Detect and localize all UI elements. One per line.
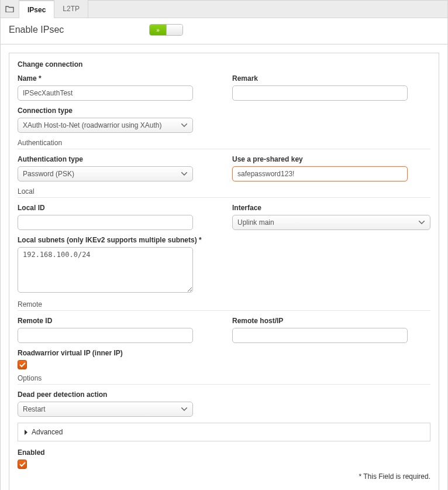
tab-l2tp[interactable]: L2TP (54, 0, 88, 18)
dpd-select[interactable]: Restart (18, 402, 193, 417)
check-icon (19, 462, 26, 467)
tab-bar: IPsec L2TP (1, 1, 447, 18)
toggle-on-indicator: » (150, 25, 166, 35)
remote-host-label: Remote host/IP (232, 317, 430, 325)
remote-section-label: Remote (18, 300, 430, 311)
enable-ipsec-toggle[interactable]: » (149, 24, 183, 36)
tab-ipsec[interactable]: IPsec (19, 1, 54, 18)
name-input[interactable] (18, 85, 193, 101)
psk-label: Use a pre-shared key (232, 155, 430, 163)
enable-ipsec-label: Enable IPsec (9, 25, 149, 35)
auth-type-select[interactable]: Password (PSK) (18, 166, 193, 181)
panel-title: Change connection (18, 60, 430, 68)
remark-label: Remark (232, 74, 430, 83)
roadwarrior-label: Roadwarrior virtual IP (inner IP) (18, 349, 430, 357)
interface-label: Interface (232, 204, 430, 212)
roadwarrior-checkbox[interactable] (18, 360, 27, 369)
folder-tab[interactable] (1, 0, 19, 18)
main-container: IPsec L2TP Enable IPsec » Change connect… (0, 0, 448, 490)
dpd-label: Dead peer detection action (18, 390, 216, 399)
advanced-label: Advanced (32, 428, 63, 436)
check-icon (19, 362, 26, 368)
folder-icon (5, 5, 14, 12)
name-label: Name * (18, 74, 216, 83)
local-id-input[interactable] (18, 215, 193, 230)
remote-id-label: Remote ID (18, 317, 216, 325)
options-section-label: Options (18, 374, 430, 385)
local-id-label: Local ID (18, 204, 216, 212)
connection-type-select[interactable]: XAuth Host-to-Net (roadwarrior using XAu… (18, 118, 193, 133)
toggle-handle (166, 25, 182, 35)
change-connection-panel: Change connection Name * Remark Connecti… (9, 53, 439, 490)
connection-type-label: Connection type (18, 107, 216, 115)
local-subnets-textarea[interactable]: 192.168.100.0/24 (18, 247, 193, 293)
remote-id-input[interactable] (18, 328, 193, 343)
authentication-section-label: Authentication (18, 139, 430, 149)
interface-select[interactable]: Uplink main (232, 215, 430, 230)
enabled-label: Enabled (18, 448, 430, 457)
auth-type-label: Authentication type (18, 155, 216, 163)
local-section-label: Local (18, 187, 430, 198)
remark-input[interactable] (232, 85, 408, 101)
remote-host-input[interactable] (232, 328, 408, 343)
psk-input[interactable] (232, 166, 408, 181)
local-subnets-label: Local subnets (only IKEv2 supports multi… (18, 236, 216, 244)
enabled-checkbox[interactable] (18, 460, 27, 469)
required-note: * This Field is required. (18, 472, 430, 481)
panel-wrapper: Change connection Name * Remark Connecti… (1, 44, 447, 490)
caret-right-icon (24, 430, 28, 435)
enable-ipsec-row: Enable IPsec » (1, 18, 447, 44)
advanced-toggle[interactable]: Advanced (18, 423, 430, 441)
